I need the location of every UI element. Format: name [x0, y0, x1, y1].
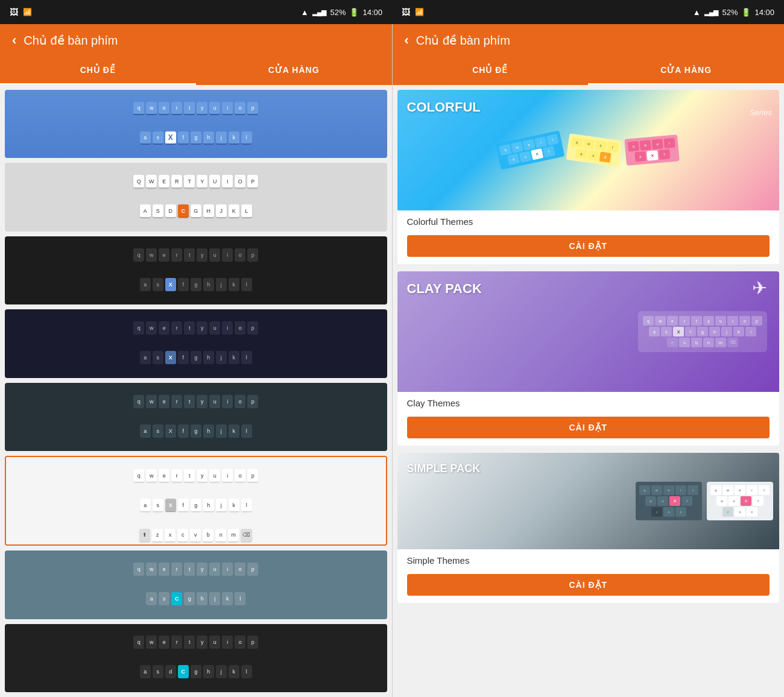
status-right-icons-left: ▲ ▂▄▆ 52% 🔋 14:00 — [301, 8, 382, 17]
left-panel-header: ‹ Chủ đề bàn phím — [0, 24, 392, 57]
status-bar: 🖼 📶 ▲ ▂▄▆ 52% 🔋 14:00 🖼 📶 ▲ ▂▄▆ 52% 🔋 14… — [0, 0, 784, 24]
wifi-icon: ▲ — [301, 8, 309, 17]
signal-icon: 📶 — [23, 8, 32, 16]
store-card-simple[interactable]: qwert asXf zxc qwert asXf zxc SIMPLE PAC… — [397, 453, 780, 603]
simple-kb-light: qwert asXf zxc — [707, 482, 773, 520]
simple-kb-dark: qwert asXf zxc — [636, 482, 702, 520]
clay-install-button[interactable]: CÀI ĐẶT — [407, 417, 770, 438]
battery-pct-left: 52% — [330, 8, 346, 17]
theme-card-gray[interactable]: q w e r t y u i o p a — [5, 550, 387, 619]
signal-icon-2: 📶 — [415, 8, 424, 16]
right-store-list: qwert asXf qwer asX qwer aXf — [393, 85, 785, 697]
left-tab-store[interactable]: CỬA HÀNG — [196, 57, 392, 85]
colorful-kb-yellow: qwer asX — [566, 133, 622, 167]
theme-card-ics[interactable]: q w e r t y u i o p a — [5, 236, 387, 304]
airplane-icon: ✈ — [752, 277, 767, 298]
simple-pack-title: SIMPLE PACK — [407, 462, 481, 475]
store-card-clay[interactable]: qwertyuiop asXfghjkl cvbnm⌫ CLAY PACK ✈ … — [397, 271, 780, 446]
right-panel: ‹ Chủ đề bàn phím CHỦ ĐỀ CỬA HÀNG qwert … — [392, 24, 785, 697]
right-back-button[interactable]: ‹ — [405, 33, 409, 48]
left-theme-list: q w e r t y u i o p a — [0, 85, 392, 697]
battery-pct-right: 52% — [722, 8, 738, 17]
wifi-icon-2: ▲ — [693, 8, 701, 17]
status-bar-left: 🖼 📶 ▲ ▂▄▆ 52% 🔋 14:00 — [0, 0, 392, 24]
status-right-app-icons: 🖼 📶 — [402, 7, 424, 17]
simple-pack-name: Simple Themes — [397, 549, 780, 569]
left-back-button[interactable]: ‹ — [12, 33, 16, 48]
store-card-colorful[interactable]: qwert asXf qwer asX qwer aXf — [397, 90, 780, 264]
right-tabs: CHỦ ĐỀ CỬA HÀNG — [393, 57, 785, 85]
colorful-series-text: Series — [750, 108, 772, 117]
status-bar-right: 🖼 📶 ▲ ▂▄▆ 52% 🔋 14:00 — [392, 0, 784, 24]
colorful-kb-blue: qwert asXf — [496, 130, 565, 169]
theme-card-kitkat[interactable]: q w e r t y u i o p a — [5, 309, 387, 377]
right-panel-header: ‹ Chủ đề bàn phím — [393, 24, 785, 57]
left-tab-themes[interactable]: CHỦ ĐỀ — [0, 57, 196, 85]
simple-install-button[interactable]: CÀI ĐẶT — [407, 574, 770, 596]
colorful-install-button[interactable]: CÀI ĐẶT — [407, 235, 770, 257]
colorful-kb-pink: qwer aXf — [625, 134, 680, 166]
theme-card-laban[interactable]: q w e r t y u i o p a — [5, 90, 387, 158]
theme-card-silver[interactable]: Q W E R T Y U I O P A — [5, 163, 387, 231]
clay-pack-name: Clay Themes — [397, 392, 780, 412]
photo-icon: 🖼 — [10, 7, 18, 17]
photo-icon-2: 🖼 — [402, 7, 410, 17]
battery-icon-left: 🔋 — [349, 8, 359, 17]
panels-container: ‹ Chủ đề bàn phím CHỦ ĐỀ CỬA HÀNG q w e … — [0, 24, 784, 697]
right-tab-themes[interactable]: CHỦ ĐỀ — [393, 57, 589, 85]
left-tabs: CHỦ ĐỀ CỬA HÀNG — [0, 57, 392, 85]
clay-pack-title: CLAY PACK — [407, 281, 482, 297]
time-right: 14:00 — [754, 8, 774, 17]
status-left-icons: 🖼 📶 — [10, 7, 32, 17]
status-right-icons-right: ▲ ▂▄▆ 52% 🔋 14:00 — [693, 8, 774, 17]
theme-card-lollilight[interactable]: q w e r t y u i o p a — [5, 456, 387, 546]
theme-card-dark[interactable]: q w e r t y u i o p a — [5, 624, 387, 692]
right-panel-title: Chủ đề bàn phím — [416, 33, 510, 48]
right-tab-store[interactable]: CỬA HÀNG — [588, 57, 784, 85]
theme-card-lollidark[interactable]: q w e r t y u i o p a — [5, 383, 387, 451]
colorful-pack-name: Colorful Themes — [397, 210, 780, 230]
clay-kb: qwertyuiop asXfghjkl cvbnm⌫ — [638, 311, 767, 352]
battery-icon-right: 🔋 — [741, 8, 751, 17]
colorful-pack-title: COLORFUL — [407, 99, 481, 115]
signal-bars-right: ▂▄▆ — [704, 8, 719, 16]
left-panel-title: Chủ đề bàn phím — [24, 33, 118, 48]
time-left: 14:00 — [362, 8, 382, 17]
signal-bars-left: ▂▄▆ — [312, 8, 327, 16]
left-panel: ‹ Chủ đề bàn phím CHỦ ĐỀ CỬA HÀNG q w e … — [0, 24, 392, 697]
